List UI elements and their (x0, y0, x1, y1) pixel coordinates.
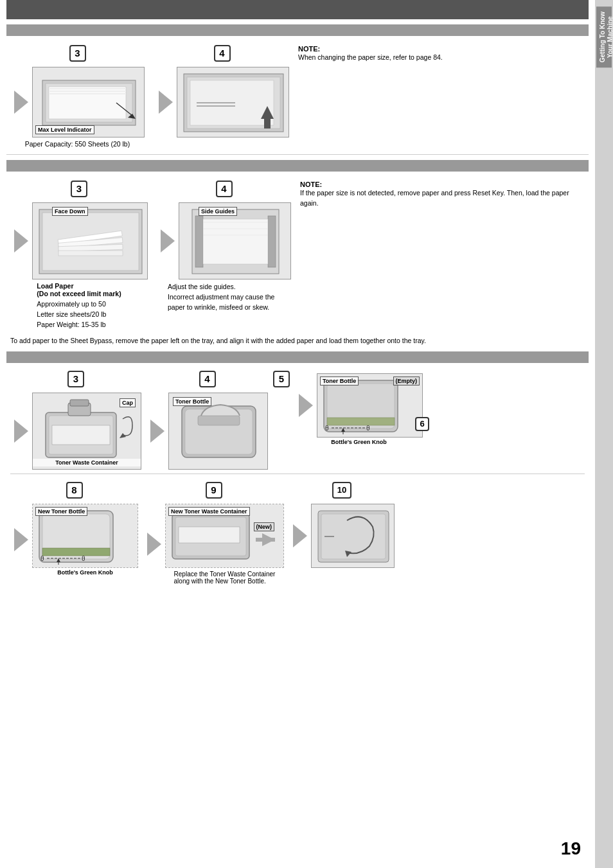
caption-s2-bold: Load Paper (Do not exceed limit mark) Ap… (37, 282, 121, 328)
svg-rect-26 (195, 216, 203, 267)
svg-rect-64 (179, 527, 240, 543)
section-divider-2 (6, 160, 589, 172)
fig-toner-5-empty-label: (Empty) (393, 376, 420, 385)
svg-rect-23 (58, 251, 123, 256)
step-4-item-s1: 4 (155, 45, 289, 137)
note-s2-text: If the paper size is not detected, remov… (300, 188, 585, 209)
svg-rect-6 (49, 93, 126, 94)
fig-toner-5: θ θ Toner Bottle (Empty) (317, 373, 423, 438)
arrow-toner-9 (147, 533, 161, 556)
fig-toner-10 (311, 504, 395, 568)
svg-rect-42 (198, 416, 240, 425)
step-10-toner: 10 (289, 482, 395, 568)
fig-toner-9-note: Replace the Toner Waste Container along … (174, 571, 276, 585)
fig-s2-4-label: Side Guides (199, 207, 237, 216)
svg-rect-27 (268, 216, 276, 267)
section-2-row: 3 Face Down (6, 175, 589, 333)
fig-toner-3: Cap Toner Waste Container (32, 393, 141, 470)
step-4-item-s2: 4 (157, 181, 291, 312)
fig-s1-3-label: Max Level Indicator (35, 125, 94, 134)
step-8-box-toner: 8 (66, 482, 83, 499)
step-5-box-toner: 5 (273, 371, 290, 387)
svg-rect-46 (327, 418, 395, 425)
step-4-box-s2: 4 (216, 181, 233, 197)
fig-toner-knob-label: Bottle's Green Knob (331, 439, 387, 445)
fig-s1-3: Max Level Indicator (32, 67, 145, 137)
step-4-toner: 4 Toner Bottle (147, 371, 268, 470)
svg-rect-55 (42, 548, 110, 556)
fig-toner-5-label: Toner Bottle (320, 376, 359, 385)
svg-rect-28 (203, 219, 268, 264)
toner-row-bottom: 8 θ (6, 478, 589, 585)
bottom-text-s2: To add paper to the Sheet Bypass, remove… (10, 336, 585, 346)
step-9-toner: 9 (143, 482, 284, 585)
step-9-box-toner: 9 (206, 482, 222, 499)
fig-toner-4-label: Toner Bottle (173, 397, 211, 406)
fig-toner-4: Toner Bottle (168, 393, 268, 470)
svg-rect-66 (256, 538, 275, 542)
step-3-toner: 3 (10, 371, 141, 470)
sidebar: Getting To KnowYour Machine (595, 0, 613, 868)
step-3-box-toner: 3 (67, 371, 84, 387)
page-number: 19 (561, 838, 581, 859)
top-bar (6, 0, 589, 19)
section-divider-1 (6, 24, 589, 36)
step-10-box-toner: 10 (332, 482, 351, 499)
svg-rect-36 (70, 400, 89, 406)
step-3-box-s1: 3 (69, 45, 86, 62)
svg-text:θ: θ (40, 555, 44, 562)
fig-toner-8-label: New Toner Bottle (35, 507, 87, 516)
fig-s2-3: Face Down (32, 202, 148, 279)
svg-text:θ: θ (82, 555, 85, 562)
arrow-s1-3 (14, 91, 28, 114)
svg-rect-4 (49, 88, 126, 89)
step-3-item-s1: 3 (10, 45, 145, 148)
arrow-s1-4 (159, 91, 173, 114)
fig-toner-9: New Toner Waste Container (New) (165, 504, 284, 568)
step-8-toner: 8 θ (10, 482, 138, 576)
arrow-s2-3 (14, 229, 28, 252)
note-s2-title: NOTE: (300, 181, 585, 188)
arrow-toner-5 (299, 394, 313, 417)
arrow-s2-4 (161, 229, 175, 252)
step-56-toner: 5 (273, 371, 423, 445)
svg-rect-37 (52, 425, 110, 445)
fig-toner-8: θ θ New Toner Bottle (32, 504, 138, 568)
fig-toner-3-cap-label: Cap (120, 398, 136, 407)
svg-rect-16 (264, 119, 271, 128)
fig-toner-3-caption: Toner Waste Container (33, 459, 141, 466)
step-4-box-s1: 4 (214, 45, 231, 62)
note-s1-text: When changing the paper size, refer to p… (298, 53, 585, 63)
step-4-box-toner: 4 (199, 371, 216, 387)
note-s1-title: NOTE: (298, 45, 585, 53)
arrow-toner-8 (14, 528, 28, 551)
note-s1: NOTE: When changing the paper size, refe… (293, 45, 585, 63)
svg-text:θ: θ (366, 425, 370, 432)
fig-s1-4 (177, 67, 289, 137)
section-divider-3 (6, 351, 589, 363)
fig-toner-9-new-label: (New) (254, 522, 275, 531)
fig-toner-9-label: New Toner Waste Container (168, 507, 250, 516)
caption-s1: Paper Capacity: 550 Sheets (20 lb) (25, 140, 130, 148)
sidebar-tab: Getting To KnowYour Machine (596, 6, 612, 67)
side-note: Adjust the side guides. Incorrect adjust… (168, 282, 280, 312)
step-3-item-s2: 3 Face Down (10, 181, 148, 328)
svg-text:θ: θ (325, 425, 329, 432)
arrow-toner-3 (14, 420, 28, 443)
fig-toner-8-knob: Bottle's Green Knob (57, 569, 113, 576)
step-6-box-toner: 6 (415, 417, 429, 431)
arrow-toner-4 (150, 420, 164, 443)
section-1-row: 3 (6, 40, 589, 155)
svg-rect-5 (49, 91, 126, 92)
note-s2: NOTE: If the paper size is not detected,… (295, 181, 585, 209)
step-3-box-s2: 3 (71, 181, 87, 197)
arrow-toner-10 (293, 524, 307, 547)
fig-s2-4: Side Guides (179, 202, 291, 279)
toner-row-top: 3 (6, 367, 589, 470)
fig-s2-3-label: Face Down (52, 207, 88, 216)
